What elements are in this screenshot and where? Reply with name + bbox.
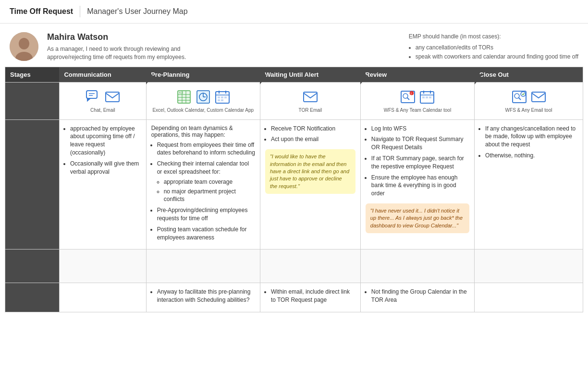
close-actions-list: If any changes/cancellation need to be m… bbox=[479, 125, 578, 160]
close-icons-cell: WFS & Any Email tool bbox=[475, 82, 583, 119]
svg-rect-27 bbox=[304, 92, 317, 102]
chat-icon bbox=[86, 89, 101, 105]
pre-actions-list: Request from employees their time off da… bbox=[151, 141, 255, 242]
profile-description: As a manager, I need to work through rev… bbox=[47, 45, 191, 61]
avatar bbox=[10, 32, 38, 61]
journey-table: Stages Communication Pre-Planning Waitin… bbox=[5, 67, 583, 312]
icons-row: Chat, Email XLS bbox=[5, 82, 583, 119]
opp-pre-1: Anyway to facilitate this pre-planning i… bbox=[157, 288, 255, 304]
actions-row-label bbox=[5, 119, 60, 249]
email-icon bbox=[105, 89, 120, 105]
chat-icon-box bbox=[86, 89, 101, 105]
pre-actions-intro: Depending on team dynamics & operations,… bbox=[151, 125, 255, 138]
review-actions-cell: Log Into WFS Navigate to TOR Request Sum… bbox=[360, 119, 474, 249]
svg-rect-39 bbox=[429, 96, 431, 98]
svg-rect-23 bbox=[221, 96, 223, 98]
comm-action-1: approached by employee about upcoming ti… bbox=[70, 125, 141, 157]
pain-pre-cell bbox=[146, 249, 260, 283]
profile-section: Mahira Watson As a manager, I need to wo… bbox=[0, 24, 588, 67]
page-title: Time Off Request bbox=[10, 7, 73, 16]
excel-icon-box: XLS bbox=[176, 89, 192, 105]
close-action-1: If any changes/cancellation need to be m… bbox=[485, 125, 578, 149]
emp-notes-title: EMP should handle (in most cases): bbox=[409, 32, 578, 41]
wait-actions-list: Receive TOR Notification Act upon the em… bbox=[265, 125, 355, 144]
stage-communication: Communication bbox=[59, 67, 146, 82]
comm-actions-list: approached by employee about upcoming ti… bbox=[64, 125, 141, 176]
pain-wait-cell bbox=[260, 249, 360, 283]
pre-action-1: Request from employees their time off da… bbox=[157, 141, 255, 157]
opportunities-row: Anyway to facilitate this pre-planning i… bbox=[5, 283, 583, 312]
review-icon-label: WFS & Any Team Calendar tool bbox=[364, 107, 471, 113]
pre-icon-group: XLS bbox=[149, 89, 257, 105]
svg-rect-6 bbox=[106, 92, 119, 102]
pre-action-2: Checking their internal calendar tool or… bbox=[157, 160, 255, 203]
team-calendar-icon bbox=[419, 89, 435, 105]
pre-action-3: Pre-Approving/declining employees reques… bbox=[157, 206, 255, 223]
close-email-icon-box bbox=[531, 89, 546, 105]
emp-note-item: any cancellation/edits of TORs bbox=[416, 43, 578, 52]
actions-row: approached by employee about upcoming ti… bbox=[5, 119, 583, 249]
opp-pre-cell: Anyway to facilitate this pre-planning i… bbox=[146, 283, 260, 312]
wfs-icon: ! bbox=[400, 89, 416, 105]
review-action-4: Ensure the employee has enough bank time… bbox=[371, 174, 469, 198]
close-wfs-icon-box bbox=[512, 89, 527, 105]
stages-header-row: Stages Communication Pre-Planning Waitin… bbox=[5, 67, 583, 82]
svg-rect-22 bbox=[218, 96, 220, 98]
svg-rect-38 bbox=[426, 96, 428, 98]
pre-icon-label: Excel, Outlook Calendar, Custom Calendar… bbox=[149, 107, 257, 113]
page-header: Time Off Request Manager's User Journey … bbox=[0, 0, 588, 24]
review-actions-list: Log Into WFS Navigate to TOR Request Sum… bbox=[366, 125, 469, 198]
comm-icon-label: Chat, Email bbox=[62, 107, 143, 113]
svg-text:!: ! bbox=[411, 92, 412, 95]
wait-quote-box: "I would like to have the information in… bbox=[265, 149, 355, 194]
review-action-2: Navigate to TOR Request Summary OR Reque… bbox=[371, 135, 469, 152]
close-wfs-icon bbox=[512, 89, 527, 105]
stage-arrow-2 bbox=[260, 67, 267, 84]
emp-note-item: speak with coworkers and calendar around… bbox=[416, 52, 578, 61]
pain-row bbox=[5, 249, 583, 283]
comm-icons-cell: Chat, Email bbox=[59, 82, 146, 119]
team-calendar-icon-box bbox=[419, 89, 435, 105]
email-icon-box bbox=[105, 89, 120, 105]
wait-action-2: Act upon the email bbox=[271, 135, 355, 143]
comm-icon-group bbox=[62, 89, 143, 105]
review-action-1: Log Into WFS bbox=[371, 125, 469, 133]
svg-line-42 bbox=[518, 97, 521, 100]
stage-arrow-4 bbox=[475, 67, 481, 84]
pain-row-label bbox=[5, 249, 60, 283]
stage-preplanning: Pre-Planning bbox=[146, 67, 260, 82]
check-sub-1: appropriate team coverage bbox=[164, 178, 255, 186]
svg-rect-44 bbox=[532, 92, 545, 102]
outlook-icon-box bbox=[196, 89, 211, 105]
excel-icon: XLS bbox=[176, 89, 192, 105]
opp-close-cell bbox=[475, 283, 583, 312]
svg-rect-26 bbox=[221, 99, 223, 101]
opp-wait-1: Within email, include direct link to TOR… bbox=[271, 288, 355, 304]
tor-email-icon-box bbox=[303, 89, 318, 105]
opp-review-list: Not finding the Group Calendar in the TO… bbox=[366, 288, 469, 304]
wait-quote-text: "I would like to have the information in… bbox=[270, 154, 349, 189]
close-action-2: Otherwise, nothing. bbox=[485, 152, 578, 160]
calendar-app-icon-box bbox=[215, 89, 230, 105]
tor-email-icon bbox=[303, 89, 318, 105]
pre-icons-cell: XLS bbox=[146, 82, 260, 119]
pain-comm-cell bbox=[59, 249, 146, 283]
icons-row-label bbox=[5, 82, 60, 119]
opp-wait-list: Within email, include direct link to TOR… bbox=[265, 288, 355, 304]
journey-map: Stages Communication Pre-Planning Waitin… bbox=[0, 67, 588, 322]
stage-waiting: Waiting Until Alert bbox=[260, 67, 360, 82]
svg-rect-3 bbox=[86, 91, 97, 98]
svg-rect-24 bbox=[224, 96, 227, 98]
opp-review-cell: Not finding the Group Calendar in the TO… bbox=[360, 283, 474, 312]
profile-name: Mahira Watson bbox=[47, 32, 362, 42]
stage-closeout: Close Out bbox=[475, 67, 583, 82]
stage-arrow-3 bbox=[360, 67, 367, 84]
svg-line-30 bbox=[407, 97, 409, 100]
opp-row-label bbox=[5, 283, 60, 312]
wait-actions-cell: Receive TOR Notification Act upon the em… bbox=[260, 119, 360, 249]
close-actions-cell: If any changes/cancellation need to be m… bbox=[475, 119, 583, 249]
checking-sub-list: appropriate team coverage no major depar… bbox=[157, 178, 255, 203]
close-icon-label: WFS & Any Email tool bbox=[478, 107, 580, 113]
stage-review: Review bbox=[360, 67, 474, 82]
calendar-app-icon bbox=[215, 89, 230, 105]
